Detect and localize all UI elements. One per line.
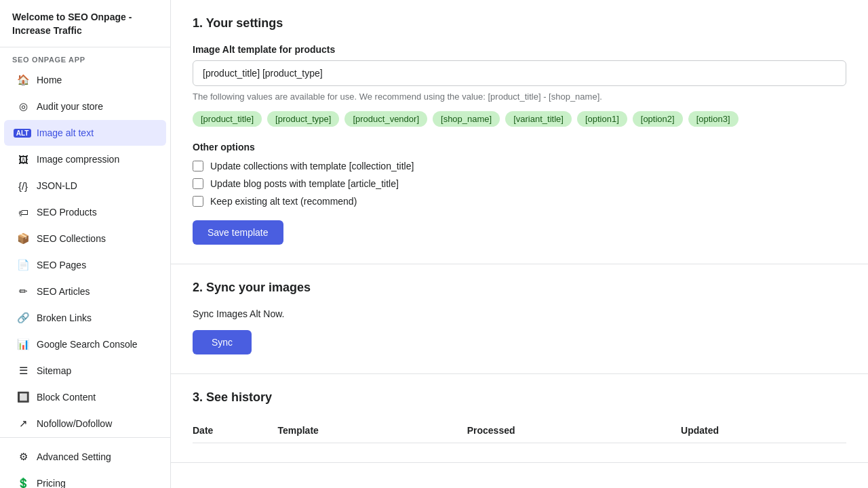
field-label-alt-template: Image Alt template for products	[193, 44, 846, 55]
template-tag[interactable]: [option1]	[577, 111, 627, 127]
sidebar-item-nofollow[interactable]: ↗Nofollow/Dofollow	[4, 411, 166, 436]
sidebar-item-label: SEO Pages	[37, 260, 86, 270]
sidebar-item-label: Audit your store	[37, 101, 103, 112]
audit-icon: ◎	[16, 100, 30, 113]
sidebar-item-pricing[interactable]: 💲 Pricing	[4, 470, 166, 488]
sidebar-item-label: Pricing	[37, 478, 66, 488]
template-tag[interactable]: [product_type]	[267, 111, 339, 127]
template-tag[interactable]: [product_vendor]	[344, 111, 427, 127]
sidebar-item-image-alt[interactable]: ALTImage alt text	[4, 120, 166, 146]
checkbox-keep-existing[interactable]	[193, 196, 203, 207]
sidebar-item-block-content[interactable]: 🔲Block Content	[4, 384, 166, 410]
template-tag[interactable]: [option3]	[688, 111, 738, 127]
sidebar-bottom: ⚙ Advanced Setting 💲 Pricing	[0, 437, 170, 488]
template-tag[interactable]: [shop_name]	[433, 111, 500, 127]
section-3-title: 3. See history	[193, 390, 846, 405]
sidebar-item-label: JSON-LD	[37, 180, 77, 191]
sidebar: Welcome to SEO Onpage - Increase Traffic…	[0, 0, 171, 488]
sidebar-item-seo-articles[interactable]: ✏SEO Articles	[4, 279, 166, 304]
checkbox-row-update-collections: Update collections with template [collec…	[193, 161, 846, 171]
checkbox-label-update-blog: Update blog posts with template [article…	[210, 178, 399, 189]
sidebar-brand: Welcome to SEO Onpage - Increase Traffic	[0, 0, 170, 47]
checkbox-update-blog[interactable]	[193, 178, 203, 189]
dollar-icon: 💲	[16, 476, 30, 488]
sidebar-item-google-search[interactable]: 📊Google Search Console	[4, 331, 166, 357]
table-header-template: Template	[264, 418, 453, 443]
template-tag[interactable]: [product_title]	[193, 111, 262, 127]
sidebar-item-label: SEO Products	[37, 207, 97, 218]
sidebar-item-label: Sitemap	[37, 365, 71, 376]
checkbox-label-update-collections: Update collections with template [collec…	[210, 161, 414, 171]
sidebar-nav: 🏠Home◎Audit your storeALTImage alt text🖼…	[0, 66, 170, 437]
table-header-date: Date	[193, 418, 264, 443]
main-content: 1. Your settings Image Alt template for …	[171, 0, 868, 488]
seo-articles-icon: ✏	[16, 285, 30, 298]
checkbox-row-update-blog: Update blog posts with template [article…	[193, 178, 846, 189]
gear-icon: ⚙	[16, 450, 30, 464]
sidebar-item-image-compression[interactable]: 🖼Image compression	[4, 146, 166, 172]
sidebar-item-advanced[interactable]: ⚙ Advanced Setting	[4, 444, 166, 470]
section-sync: 2. Sync your images Sync Images Alt Now.…	[171, 264, 868, 374]
seo-pages-icon: 📄	[16, 258, 30, 272]
table-header-processed: Processed	[454, 418, 667, 443]
sync-button[interactable]: Sync	[193, 330, 252, 354]
sidebar-item-json-ld[interactable]: {/}JSON-LD	[4, 173, 166, 199]
seo-products-icon: 🏷	[16, 205, 30, 219]
sidebar-item-seo-collections[interactable]: 📦SEO Collections	[4, 226, 166, 251]
section-settings: 1. Your settings Image Alt template for …	[171, 0, 868, 264]
template-tag[interactable]: [variant_title]	[505, 111, 572, 127]
history-table: DateTemplateProcessedUpdated	[193, 418, 846, 443]
sidebar-item-label: Block Content	[37, 392, 96, 403]
section-1-title: 1. Your settings	[193, 16, 846, 30]
checkbox-label-keep-existing: Keep existing alt text (recommend)	[210, 196, 357, 207]
nofollow-icon: ↗	[16, 417, 30, 430]
sidebar-item-sitemap[interactable]: ☰Sitemap	[4, 358, 166, 384]
template-tag[interactable]: [option2]	[633, 111, 683, 127]
image-compression-icon: 🖼	[16, 152, 30, 166]
save-template-button[interactable]: Save template	[193, 220, 283, 245]
sidebar-item-label: Home	[37, 75, 62, 85]
sync-description: Sync Images Alt Now.	[193, 308, 846, 319]
sitemap-icon: ☰	[16, 364, 30, 378]
other-options-title: Other options	[193, 142, 846, 152]
seo-collections-icon: 📦	[16, 232, 30, 245]
section-2-title: 2. Sync your images	[193, 281, 846, 295]
checkbox-row-keep-existing: Keep existing alt text (recommend)	[193, 196, 846, 207]
sidebar-item-label: Image compression	[37, 154, 119, 165]
sidebar-item-label: Nofollow/Dofollow	[37, 418, 112, 429]
sidebar-item-label: Broken Links	[37, 312, 92, 323]
sidebar-item-label: Image alt text	[37, 127, 94, 138]
sidebar-section-label: SEO ONPAGE APP	[0, 47, 170, 66]
sidebar-item-label: SEO Articles	[37, 286, 90, 297]
json-ld-icon: {/}	[16, 179, 30, 192]
helper-text: The following values are available for u…	[193, 92, 846, 102]
table-header-updated: Updated	[667, 418, 846, 443]
sidebar-item-audit[interactable]: ◎Audit your store	[4, 94, 166, 119]
sidebar-item-home[interactable]: 🏠Home	[4, 67, 166, 93]
history-header-row: DateTemplateProcessedUpdated	[193, 418, 846, 443]
block-content-icon: 🔲	[16, 390, 30, 404]
alt-template-input[interactable]	[193, 60, 846, 86]
google-search-icon: 📊	[16, 338, 30, 351]
tags-row: [product_title][product_type][product_ve…	[193, 111, 846, 127]
checkbox-update-collections[interactable]	[193, 161, 203, 171]
broken-links-icon: 🔗	[16, 311, 30, 325]
home-icon: 🏠	[16, 73, 30, 87]
sidebar-item-seo-products[interactable]: 🏷SEO Products	[4, 199, 166, 225]
sidebar-item-label: SEO Collections	[37, 233, 106, 244]
section-history: 3. See history DateTemplateProcessedUpda…	[171, 374, 868, 463]
checkboxes-container: Update collections with template [collec…	[193, 161, 846, 207]
sidebar-item-broken-links[interactable]: 🔗Broken Links	[4, 305, 166, 331]
sidebar-item-label: Google Search Console	[37, 339, 138, 350]
sidebar-item-label: Advanced Setting	[37, 451, 111, 462]
image-alt-icon: ALT	[16, 126, 30, 140]
sidebar-item-seo-pages[interactable]: 📄SEO Pages	[4, 252, 166, 278]
